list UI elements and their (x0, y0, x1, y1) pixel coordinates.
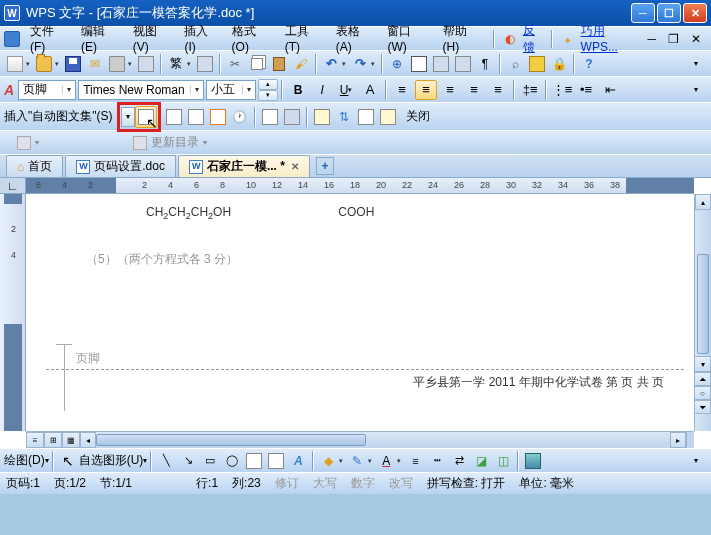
view-normal-button[interactable]: ≡ (26, 432, 44, 448)
mdi-close[interactable]: ✕ (685, 30, 707, 48)
menu-table[interactable]: 表格(A) (330, 21, 382, 56)
font-effect-button[interactable]: A (359, 80, 381, 100)
overflow-button-2[interactable]: ▾ (686, 80, 706, 100)
fill-color-button[interactable]: ◆ (318, 451, 338, 471)
wps-icon[interactable] (4, 31, 20, 47)
bold-button[interactable]: B (287, 80, 309, 100)
open-button[interactable] (34, 54, 54, 74)
status-spell[interactable]: 拼写检查: 打开 (427, 475, 506, 492)
close-button[interactable]: ✕ (683, 3, 707, 23)
wps-tip-link[interactable]: 巧用WPS... (581, 23, 642, 54)
mail-button[interactable]: ✉ (85, 54, 105, 74)
arrow-style-button[interactable]: ⇄ (449, 451, 469, 471)
align-left-button[interactable]: ≡ (391, 80, 413, 100)
textbox-button[interactable] (244, 451, 264, 471)
horizontal-ruler[interactable]: ∟ 6 4 2 2 4 6 8 10 12 14 16 18 20 22 24 … (0, 178, 694, 194)
underline-button[interactable]: U▾ (335, 80, 357, 100)
line-style-button[interactable]: ≡ (405, 451, 425, 471)
view-page-button[interactable]: ▦ (62, 432, 80, 448)
close-header-footer-button[interactable]: 关闭 (399, 105, 437, 128)
feedback-icon[interactable]: ◐ (500, 29, 520, 49)
browse-object-button[interactable]: ○ (694, 386, 711, 400)
switch-header-footer-button[interactable]: ⇅ (334, 107, 354, 127)
mdi-restore[interactable]: ❐ (662, 30, 685, 48)
insert-pages-button[interactable] (164, 107, 184, 127)
align-right-button[interactable]: ≡ (439, 80, 461, 100)
menu-window[interactable]: 窗口(W) (381, 21, 436, 56)
line-color-button[interactable]: ✎ (347, 451, 367, 471)
page-setup-button[interactable] (260, 107, 280, 127)
format-painter-button[interactable]: 🖌 (291, 54, 311, 74)
select-objects-button[interactable]: ↖ (58, 451, 78, 471)
status-rev[interactable]: 修订 (275, 475, 299, 492)
menu-file[interactable]: 文件(F) (24, 21, 75, 56)
print-button[interactable] (107, 54, 127, 74)
undo-button[interactable]: ↶ (321, 54, 341, 74)
numbering-button[interactable]: ⋮≡ (551, 80, 573, 100)
rectangle-button[interactable]: ▭ (200, 451, 220, 471)
wordart-button[interactable]: A (288, 451, 308, 471)
maximize-button[interactable]: ☐ (657, 3, 681, 23)
vertical-scrollbar[interactable]: ▴ ▾ ⏶ ○ ⏷ (694, 194, 711, 431)
insert-time-button[interactable]: 🕐 (230, 107, 250, 127)
cut-button[interactable]: ✂ (225, 54, 245, 74)
same-as-previous-button[interactable] (312, 107, 332, 127)
align-justify-button[interactable]: ≡ (463, 80, 485, 100)
scroll-up-button[interactable]: ▴ (695, 194, 711, 210)
format-page-number-button[interactable] (186, 107, 206, 127)
view-outline-button[interactable]: ⊞ (44, 432, 62, 448)
draw-menu[interactable]: 绘图(D) (4, 452, 45, 469)
redo-button[interactable]: ↷ (350, 54, 370, 74)
tab-active-doc[interactable]: 石家庄一模... *✕ (178, 155, 310, 177)
new-button[interactable] (5, 54, 25, 74)
show-marks-button[interactable]: ¶ (475, 54, 495, 74)
arrow-button[interactable]: ↘ (178, 451, 198, 471)
help-button[interactable]: ? (579, 54, 599, 74)
insert-table-button[interactable] (409, 54, 429, 74)
toc-nav-button[interactable]: ▾ (10, 134, 46, 152)
insert-date-button[interactable] (208, 107, 228, 127)
traditional-button[interactable]: 繁 (166, 54, 186, 74)
feedback-link[interactable]: 反馈 (523, 22, 547, 56)
vertical-ruler[interactable]: 2 4 (0, 194, 26, 431)
font-color-button[interactable]: A (376, 451, 396, 471)
status-num[interactable]: 数字 (351, 475, 375, 492)
bullets-button[interactable]: •≡ (575, 80, 597, 100)
save-button[interactable] (63, 54, 83, 74)
menu-help[interactable]: 帮助(H) (437, 21, 489, 56)
prev-page-button[interactable]: ⏶ (694, 372, 711, 386)
minimize-button[interactable]: ─ (631, 3, 655, 23)
insert-page-number-button[interactable]: ↖ (135, 106, 157, 128)
split-handle[interactable] (686, 432, 694, 448)
line-button[interactable]: ╲ (156, 451, 176, 471)
scroll-down-button[interactable]: ▾ (694, 356, 711, 372)
menu-view[interactable]: 视图(V) (127, 21, 179, 56)
font-size-down[interactable]: ▾ (258, 90, 278, 101)
shadow-button[interactable]: ◪ (471, 451, 491, 471)
3d-button[interactable]: ◫ (493, 451, 513, 471)
italic-button[interactable]: I (311, 80, 333, 100)
font-combo[interactable]: Times New Roman▾ (78, 80, 204, 100)
font-size-combo[interactable]: 小五▾ (206, 80, 256, 100)
menu-format[interactable]: 格式(O) (226, 21, 279, 56)
scroll-thumb-h[interactable] (96, 434, 366, 446)
page-footer-area[interactable]: 页脚 平乡县第一学 2011 年期中化学试卷 第 页 共 页 (46, 350, 684, 391)
autoshapes-menu[interactable]: 自选图形(U) (79, 452, 144, 469)
align-center-button[interactable]: ≡ (415, 80, 437, 100)
show-document-button[interactable] (282, 107, 302, 127)
find-button[interactable]: ⌕ (505, 54, 525, 74)
menu-insert[interactable]: 插入(I) (178, 21, 225, 56)
lock-button[interactable]: 🔒 (549, 54, 569, 74)
overflow-button[interactable]: ▾ (686, 54, 706, 74)
next-page-button[interactable]: ⏷ (694, 400, 711, 414)
paste-button[interactable] (269, 54, 289, 74)
status-ovr[interactable]: 改写 (389, 475, 413, 492)
new-tab-button[interactable]: + (316, 157, 334, 175)
line-spacing-button[interactable]: ‡≡ (519, 80, 541, 100)
scroll-thumb-v[interactable] (697, 254, 709, 354)
horizontal-scrollbar[interactable]: ≡ ⊞ ▦ ◂ ▸ (26, 431, 694, 448)
status-caps[interactable]: 大写 (313, 475, 337, 492)
insert-image-button[interactable] (523, 451, 543, 471)
tab-pagenum-doc[interactable]: 页码设置.doc (65, 155, 176, 177)
menu-tools[interactable]: 工具(T) (279, 21, 330, 56)
